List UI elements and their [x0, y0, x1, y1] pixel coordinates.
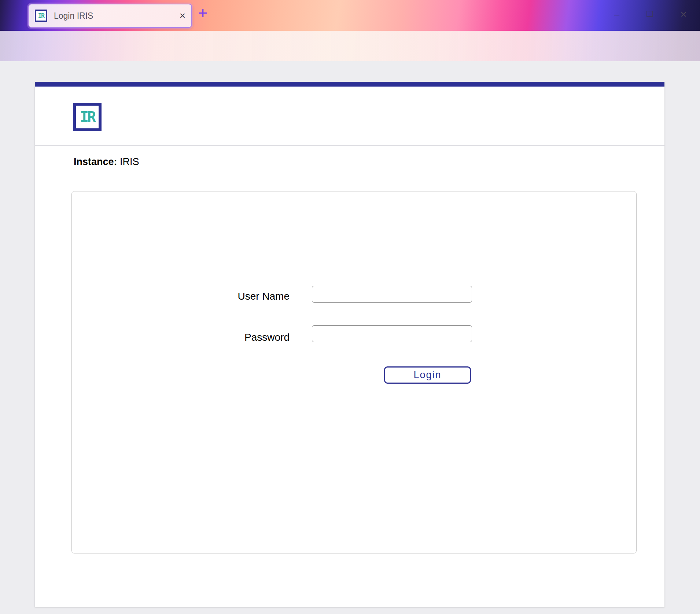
- browser-tab[interactable]: IR Login IRIS ×: [28, 4, 192, 28]
- window-maximize-button[interactable]: □: [641, 9, 658, 19]
- username-input[interactable]: [312, 286, 472, 303]
- iris-logo: IR: [73, 103, 102, 131]
- tab-favicon-icon: IR: [35, 10, 47, 22]
- browser-window: IR Login IRIS × + − □ × ← → ⟳ localhost:…: [0, 0, 700, 614]
- card-top-accent-bar: [35, 82, 664, 87]
- login-button[interactable]: Login: [384, 366, 471, 384]
- new-tab-button[interactable]: +: [198, 4, 208, 21]
- instance-value: IRIS: [120, 156, 139, 167]
- iris-logo-text: IR: [80, 109, 95, 125]
- tab-title: Login IRIS: [54, 11, 180, 21]
- password-input[interactable]: [312, 325, 472, 342]
- tab-close-icon[interactable]: ×: [180, 11, 185, 21]
- password-label: Password: [72, 332, 290, 343]
- browser-chrome: IR Login IRIS × + − □ × ← → ⟳ localhost:…: [0, 0, 700, 61]
- instance-label: Instance:: [74, 156, 117, 167]
- instance-line: Instance: IRIS: [74, 156, 139, 168]
- login-form-panel: User Name Password Login: [71, 191, 637, 553]
- login-card: IR Instance: IRIS User Name Password Log…: [35, 82, 664, 607]
- page-viewport: IR Instance: IRIS User Name Password Log…: [0, 61, 700, 614]
- window-minimize-button[interactable]: −: [608, 10, 625, 21]
- navigation-toolbar: ← → ⟳ localhost:52773/csp/sys/%25CSP.Por…: [0, 31, 700, 62]
- window-close-button[interactable]: ×: [675, 9, 692, 20]
- card-header: IR: [35, 87, 664, 146]
- username-label: User Name: [72, 290, 290, 302]
